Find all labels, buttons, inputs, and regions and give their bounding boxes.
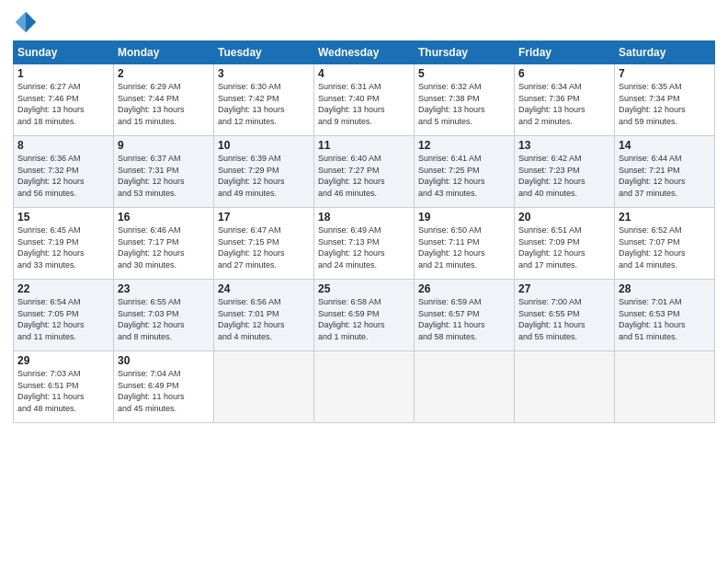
day-cell: 23Sunrise: 6:55 AM Sunset: 7:03 PM Dayli… [114,280,214,351]
day-number: 23 [118,282,210,295]
day-number: 1 [17,67,109,80]
day-info: Sunrise: 6:50 AM Sunset: 7:11 PM Dayligh… [418,224,510,270]
day-number: 30 [118,354,210,367]
svg-marker-1 [16,12,26,22]
day-cell: 9Sunrise: 6:37 AM Sunset: 7:31 PM Daylig… [114,136,214,208]
logo-icon [13,9,39,35]
day-number: 13 [518,139,610,152]
day-number: 4 [318,67,410,80]
day-cell [314,351,415,423]
day-info: Sunrise: 6:51 AM Sunset: 7:09 PM Dayligh… [518,224,610,270]
week-row-5: 29Sunrise: 7:03 AM Sunset: 6:51 PM Dayli… [14,351,715,423]
day-cell: 1Sunrise: 6:27 AM Sunset: 7:46 PM Daylig… [14,64,114,136]
day-cell: 4Sunrise: 6:31 AM Sunset: 7:40 PM Daylig… [314,64,415,136]
day-cell: 19Sunrise: 6:50 AM Sunset: 7:11 PM Dayli… [415,208,515,280]
week-row-3: 15Sunrise: 6:45 AM Sunset: 7:19 PM Dayli… [14,208,715,280]
day-cell: 8Sunrise: 6:36 AM Sunset: 7:32 PM Daylig… [14,136,114,208]
day-cell [515,351,615,423]
day-info: Sunrise: 6:30 AM Sunset: 7:42 PM Dayligh… [218,81,310,127]
day-number: 27 [518,282,610,295]
day-cell [415,351,515,423]
day-cell: 5Sunrise: 6:32 AM Sunset: 7:38 PM Daylig… [415,64,515,136]
day-info: Sunrise: 6:34 AM Sunset: 7:36 PM Dayligh… [518,81,610,127]
day-info: Sunrise: 7:01 AM Sunset: 6:53 PM Dayligh… [619,296,711,342]
weekday-header-saturday: Saturday [615,41,715,64]
day-cell: 25Sunrise: 6:58 AM Sunset: 6:59 PM Dayli… [314,280,415,351]
day-info: Sunrise: 6:42 AM Sunset: 7:23 PM Dayligh… [518,153,610,199]
day-info: Sunrise: 6:27 AM Sunset: 7:46 PM Dayligh… [17,81,109,127]
day-info: Sunrise: 6:31 AM Sunset: 7:40 PM Dayligh… [318,81,410,127]
calendar-table: SundayMondayTuesdayWednesdayThursdayFrid… [13,40,715,423]
day-info: Sunrise: 6:40 AM Sunset: 7:27 PM Dayligh… [318,153,410,199]
day-info: Sunrise: 6:52 AM Sunset: 7:07 PM Dayligh… [619,224,711,270]
day-number: 5 [418,67,510,80]
day-number: 29 [17,354,109,367]
day-number: 24 [218,282,310,295]
day-cell: 6Sunrise: 6:34 AM Sunset: 7:36 PM Daylig… [515,64,615,136]
day-info: Sunrise: 7:00 AM Sunset: 6:55 PM Dayligh… [518,296,610,342]
day-number: 3 [218,67,310,80]
day-cell: 15Sunrise: 6:45 AM Sunset: 7:19 PM Dayli… [14,208,114,280]
logo [13,9,42,35]
day-info: Sunrise: 6:41 AM Sunset: 7:25 PM Dayligh… [418,153,510,199]
day-info: Sunrise: 6:32 AM Sunset: 7:38 PM Dayligh… [418,81,510,127]
page-container: SundayMondayTuesdayWednesdayThursdayFrid… [0,0,728,429]
day-number: 12 [418,139,510,152]
day-number: 28 [619,282,711,295]
weekday-header-monday: Monday [114,41,214,64]
day-number: 20 [518,211,610,224]
weekday-header-row: SundayMondayTuesdayWednesdayThursdayFrid… [14,41,715,64]
day-cell: 18Sunrise: 6:49 AM Sunset: 7:13 PM Dayli… [314,208,415,280]
day-info: Sunrise: 7:04 AM Sunset: 6:49 PM Dayligh… [118,368,210,414]
day-info: Sunrise: 6:59 AM Sunset: 6:57 PM Dayligh… [418,296,510,342]
day-number: 22 [17,282,109,295]
day-info: Sunrise: 6:58 AM Sunset: 6:59 PM Dayligh… [318,296,410,342]
day-cell: 27Sunrise: 7:00 AM Sunset: 6:55 PM Dayli… [515,280,615,351]
day-cell: 16Sunrise: 6:46 AM Sunset: 7:17 PM Dayli… [114,208,214,280]
day-info: Sunrise: 6:46 AM Sunset: 7:17 PM Dayligh… [118,224,210,270]
svg-marker-0 [26,12,36,22]
day-number: 10 [218,139,310,152]
day-cell: 21Sunrise: 6:52 AM Sunset: 7:07 PM Dayli… [615,208,715,280]
weekday-header-sunday: Sunday [14,41,114,64]
day-number: 21 [619,211,711,224]
header [13,9,715,35]
day-number: 18 [318,211,410,224]
day-info: Sunrise: 6:47 AM Sunset: 7:15 PM Dayligh… [218,224,310,270]
day-number: 6 [518,67,610,80]
day-info: Sunrise: 6:56 AM Sunset: 7:01 PM Dayligh… [218,296,310,342]
day-cell: 28Sunrise: 7:01 AM Sunset: 6:53 PM Dayli… [615,280,715,351]
day-number: 14 [619,139,711,152]
day-cell: 22Sunrise: 6:54 AM Sunset: 7:05 PM Dayli… [14,280,114,351]
weekday-header-friday: Friday [515,41,615,64]
day-cell: 26Sunrise: 6:59 AM Sunset: 6:57 PM Dayli… [415,280,515,351]
day-info: Sunrise: 6:49 AM Sunset: 7:13 PM Dayligh… [318,224,410,270]
day-info: Sunrise: 6:36 AM Sunset: 7:32 PM Dayligh… [17,153,109,199]
day-info: Sunrise: 6:44 AM Sunset: 7:21 PM Dayligh… [619,153,711,199]
day-number: 16 [118,211,210,224]
week-row-1: 1Sunrise: 6:27 AM Sunset: 7:46 PM Daylig… [14,64,715,136]
day-cell: 2Sunrise: 6:29 AM Sunset: 7:44 PM Daylig… [114,64,214,136]
day-number: 19 [418,211,510,224]
weekday-header-wednesday: Wednesday [314,41,415,64]
day-info: Sunrise: 6:45 AM Sunset: 7:19 PM Dayligh… [17,224,109,270]
day-info: Sunrise: 6:29 AM Sunset: 7:44 PM Dayligh… [118,81,210,127]
day-info: Sunrise: 6:54 AM Sunset: 7:05 PM Dayligh… [17,296,109,342]
day-info: Sunrise: 6:35 AM Sunset: 7:34 PM Dayligh… [619,81,711,127]
day-cell [214,351,314,423]
day-cell: 29Sunrise: 7:03 AM Sunset: 6:51 PM Dayli… [14,351,114,423]
day-cell: 24Sunrise: 6:56 AM Sunset: 7:01 PM Dayli… [214,280,314,351]
svg-marker-2 [16,22,26,32]
day-number: 25 [318,282,410,295]
day-cell: 20Sunrise: 6:51 AM Sunset: 7:09 PM Dayli… [515,208,615,280]
day-cell: 3Sunrise: 6:30 AM Sunset: 7:42 PM Daylig… [214,64,314,136]
day-number: 17 [218,211,310,224]
day-cell: 17Sunrise: 6:47 AM Sunset: 7:15 PM Dayli… [214,208,314,280]
day-number: 15 [17,211,109,224]
day-cell: 12Sunrise: 6:41 AM Sunset: 7:25 PM Dayli… [415,136,515,208]
weekday-header-tuesday: Tuesday [214,41,314,64]
week-row-2: 8Sunrise: 6:36 AM Sunset: 7:32 PM Daylig… [14,136,715,208]
day-number: 8 [17,139,109,152]
day-cell: 30Sunrise: 7:04 AM Sunset: 6:49 PM Dayli… [114,351,214,423]
day-info: Sunrise: 6:39 AM Sunset: 7:29 PM Dayligh… [218,153,310,199]
